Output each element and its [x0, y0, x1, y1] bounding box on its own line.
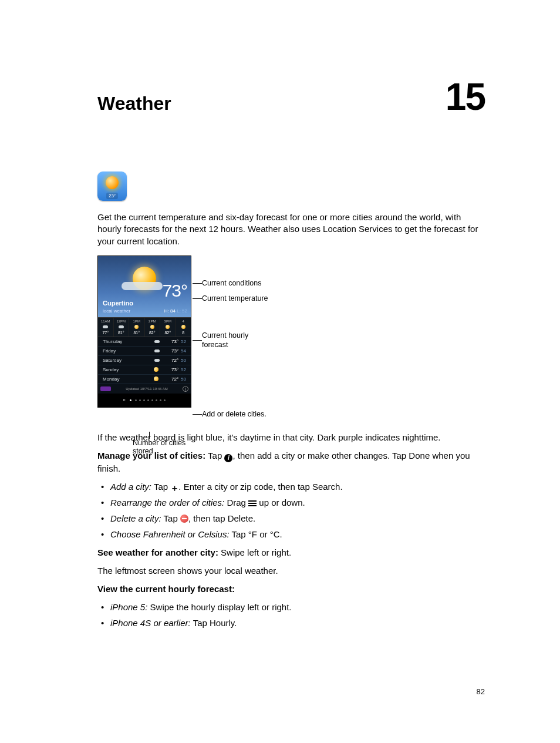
page-dot — [143, 399, 145, 401]
day-name: Friday — [103, 348, 156, 354]
day-row: Friday73°54 — [98, 347, 191, 356]
day-name: Saturday — [103, 358, 156, 363]
iphone5-text: Swipe the hourly display left or right. — [147, 602, 291, 612]
hour-temp: 82° — [160, 331, 176, 335]
hourly-forecast: 11AM77°12PM81°1PM81°2PM82°3PM82°48 — [98, 317, 191, 337]
callout-add-delete: Add or delete cities. — [202, 410, 266, 418]
page-dot — [135, 399, 137, 401]
add-city-em: Add a city: — [110, 482, 151, 492]
choose-text: Tap °F or °C. — [230, 529, 282, 539]
see-weather-text: Swipe left or right. — [218, 547, 291, 557]
city-label: Cupertino — [103, 300, 133, 307]
weather-app-icon: 23° — [97, 172, 127, 201]
day-row: Sunday73°52 — [98, 365, 191, 375]
high-low: H: 84 L: 52 — [164, 308, 187, 314]
day-high: 72° — [171, 358, 178, 363]
cloudy-icon — [156, 340, 158, 343]
day-low: 52 — [181, 367, 186, 372]
day-row: Monday72°50 — [98, 375, 191, 384]
page-dot — [156, 399, 157, 401]
page-dot — [151, 399, 153, 401]
list-item: Delete a city: Tap , then tap Delete. — [101, 512, 485, 525]
hour-temp: 81° — [129, 331, 144, 335]
chapter-number: 15 — [446, 75, 485, 119]
day-name: Sunday — [103, 367, 154, 372]
hour-label: 3PM — [160, 320, 176, 323]
day-low: 52 — [181, 339, 186, 344]
weather-screenshot: Cupertino local weather 73° H: 84 L: 52 … — [97, 255, 191, 408]
page-dot — [164, 399, 166, 401]
list-item: iPhone 5: Swipe the hourly display left … — [101, 601, 485, 613]
day-low: 50 — [181, 358, 186, 363]
chapter-header: Weather 15 — [97, 75, 485, 119]
intro-paragraph: Get the current temperature and six-day … — [97, 211, 485, 247]
manage-pre: Tap — [205, 450, 224, 460]
list-item: iPhone 4S or earlier: Tap Hourly. — [101, 617, 485, 629]
iphone4s-em: iPhone 4S or earlier: — [110, 618, 191, 628]
body-text: If the weather board is light blue, it's… — [97, 431, 485, 629]
day-name: Monday — [103, 376, 154, 382]
hourly-cell: 3PM82° — [160, 318, 176, 337]
iphone4s-text: Tap Hourly. — [191, 618, 237, 628]
current-temp: 73° — [163, 281, 187, 301]
yahoo-logo-icon — [100, 386, 111, 391]
rearrange-em: Rearrange the order of cities: — [110, 497, 224, 507]
list-item: Choose Fahrenheit or Celsius: Tap °F or … — [101, 528, 485, 540]
day-low: 50 — [181, 376, 186, 382]
weather-figure: Cupertino local weather 73° H: 84 L: 52 … — [97, 255, 485, 408]
hour-label: 12PM — [114, 320, 129, 323]
hour-temp: 77° — [98, 331, 113, 335]
callout-hourly-line1: Current hourly — [202, 331, 248, 339]
callout-hourly: Current hourly forecast — [202, 331, 248, 350]
sunny-icon — [154, 376, 158, 381]
callout-hourly-line2: forecast — [202, 341, 228, 349]
cloud-icon — [122, 282, 163, 290]
day-high: 73° — [171, 339, 178, 344]
delete-em: Delete a city: — [110, 513, 161, 523]
callout-conditions: Current conditions — [202, 279, 261, 287]
rearrange-pre: Drag — [224, 497, 248, 507]
cloudy-icon — [104, 325, 107, 328]
sunny-icon — [150, 325, 154, 329]
add-city-post: . Enter a city or zip code, then tap Sea… — [178, 482, 342, 492]
callout-temperature: Current temperature — [202, 294, 268, 302]
hour-temp: 82° — [145, 331, 160, 335]
page-dot — [160, 399, 161, 401]
hour-label: 2PM — [145, 320, 160, 323]
page-dot — [139, 399, 141, 401]
day-high: 72° — [171, 376, 178, 382]
delete-pre: Tap — [161, 513, 180, 523]
manage-bullets: Add a city: Tap ＋. Enter a city or zip c… — [101, 480, 485, 540]
hour-label: 4 — [176, 320, 191, 323]
page-dot — [130, 399, 131, 401]
sunny-icon — [134, 325, 139, 329]
day-low: 54 — [181, 348, 186, 354]
sun-icon — [106, 176, 119, 189]
day-high: 73° — [171, 348, 178, 354]
hourly-cell: 11AM77° — [98, 318, 114, 337]
page-number: 82 — [477, 687, 485, 696]
hour-label: 1PM — [129, 320, 144, 323]
daily-forecast: Thursday73°52Friday73°54Saturday72°50Sun… — [98, 337, 191, 384]
delete-icon — [180, 515, 188, 523]
local-weather-label: local weather — [103, 308, 130, 314]
view-hourly-label: View the current hourly forecast: — [97, 584, 235, 594]
day-name: Thursday — [103, 339, 156, 344]
view-hourly-bullets: iPhone 5: Swipe the hourly display left … — [101, 601, 485, 629]
view-hourly-paragraph: View the current hourly forecast: — [97, 583, 485, 595]
hour-temp: 8 — [176, 331, 191, 335]
page-dots — [98, 394, 191, 407]
page-dot — [147, 399, 149, 401]
cloudy-icon — [156, 359, 158, 362]
app-icon-badge: 23° — [106, 193, 118, 199]
cloudy-icon — [120, 325, 123, 328]
hourly-cell: 12PM81° — [114, 318, 130, 337]
rearrange-post: up or down. — [257, 497, 305, 507]
hourly-cell: 2PM82° — [145, 318, 161, 337]
callouts: Current conditions Current temperature C… — [202, 255, 485, 408]
add-city-pre: Tap — [151, 482, 170, 492]
high-label: H: 84 — [164, 308, 176, 314]
list-item: Add a city: Tap ＋. Enter a city or zip c… — [101, 480, 485, 493]
chapter-title: Weather — [97, 93, 171, 115]
list-item: Rearrange the order of cities: Drag up o… — [101, 496, 485, 509]
